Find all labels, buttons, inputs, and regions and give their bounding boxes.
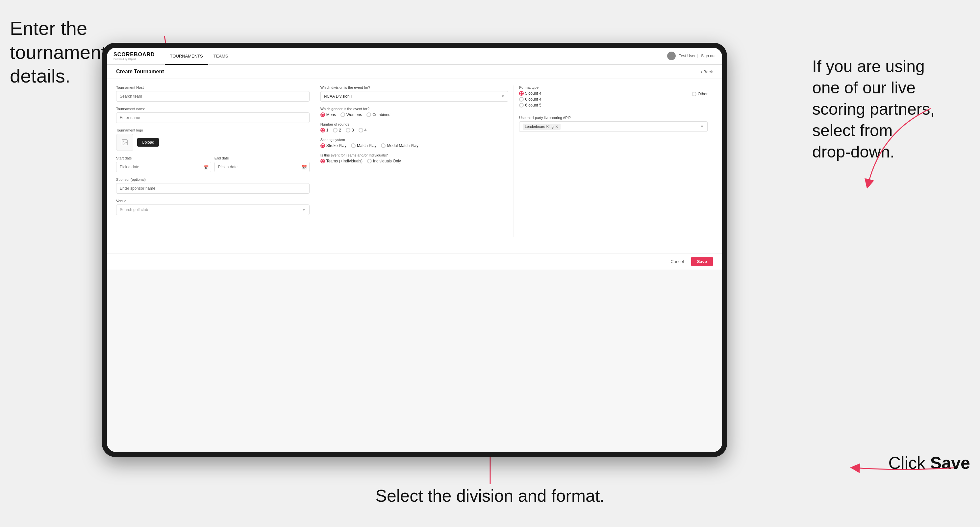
- cancel-button[interactable]: Cancel: [667, 257, 687, 266]
- annotation-topleft: Enter the tournament details.: [10, 16, 106, 88]
- event-teams-label: Teams (+Individuals): [326, 159, 363, 163]
- venue-label: Venue: [116, 199, 310, 203]
- form-title: Create Tournament: [116, 69, 164, 75]
- gender-womens[interactable]: Womens: [340, 113, 362, 117]
- calendar-icon-end: 📅: [302, 165, 307, 170]
- nav-tabs: TOURNAMENTS TEAMS: [165, 48, 234, 64]
- end-date-input[interactable]: [215, 162, 310, 172]
- event-teams-radio[interactable]: [320, 159, 325, 163]
- sign-out-link[interactable]: Sign out: [701, 54, 716, 58]
- other-option: Other: [692, 92, 708, 96]
- gender-radio-group: Mens Womens Combined: [320, 113, 509, 117]
- gender-combined[interactable]: Combined: [366, 113, 390, 117]
- rounds-2-label: 2: [339, 128, 341, 132]
- format-5count4-radio[interactable]: 5 count 4: [519, 91, 541, 96]
- annotation-bottomright: Click Save: [888, 452, 970, 475]
- gender-mens[interactable]: Mens: [320, 113, 336, 117]
- format-6count5-circle[interactable]: [519, 103, 524, 108]
- rounds-4-label: 4: [364, 128, 367, 132]
- search-team-input[interactable]: [116, 91, 310, 102]
- format-other-circle[interactable]: [692, 92, 697, 96]
- format-6count5: 6 count 5: [519, 103, 541, 108]
- brand-sub: Powered by Clippd: [113, 57, 155, 60]
- event-individuals-label: Individuals Only: [373, 159, 401, 163]
- rounds-2-radio[interactable]: [333, 128, 337, 132]
- sponsor-field: Sponsor (optional): [116, 178, 310, 194]
- tournament-host-field: Tournament Host: [116, 86, 310, 102]
- venue-select[interactable]: Search golf club ▼: [116, 205, 310, 215]
- scoring-medal-radio[interactable]: [381, 143, 385, 148]
- tab-teams[interactable]: TEAMS: [208, 48, 234, 65]
- format-type-options: 5 count 4 6 count 4: [519, 91, 541, 108]
- form-col-3: Format type 5 count 4: [514, 86, 713, 237]
- format-6count4: 6 count 4: [519, 97, 541, 102]
- gender-mens-radio[interactable]: [320, 113, 325, 117]
- event-individuals-radio[interactable]: [367, 159, 372, 163]
- gender-womens-radio[interactable]: [340, 113, 345, 117]
- logo-upload-area: Upload: [116, 134, 310, 151]
- format-other-label: Other: [698, 92, 708, 96]
- api-dropdown[interactable]: Leaderboard King ✕ ▼: [519, 121, 708, 132]
- api-tag: Leaderboard King ✕: [523, 124, 560, 130]
- api-chevron: ▼: [700, 124, 704, 129]
- format-5count4-label: 5 count 4: [525, 91, 541, 96]
- annotation-topright: If you are using one of our live scoring…: [812, 56, 970, 163]
- form-header: Create Tournament ‹ Back: [107, 65, 722, 79]
- format-6count4-radio[interactable]: 6 count 4: [519, 97, 541, 102]
- rounds-1[interactable]: 1: [320, 128, 329, 132]
- date-fields: Start date 📅 End date 📅: [116, 156, 310, 172]
- event-teams[interactable]: Teams (+Individuals): [320, 159, 363, 163]
- division-select[interactable]: NCAA Division I ▼: [320, 91, 509, 102]
- event-for-radio-group: Teams (+Individuals) Individuals Only: [320, 159, 509, 163]
- api-label: Use third-party live scoring API?: [519, 116, 708, 120]
- rounds-4-radio[interactable]: [359, 128, 363, 132]
- format-other-radio[interactable]: Other: [692, 92, 708, 96]
- format-6count4-circle[interactable]: [519, 97, 524, 102]
- scoreboard-logo: SCOREBOARD Powered by Clippd: [113, 52, 155, 60]
- event-individuals[interactable]: Individuals Only: [367, 159, 401, 163]
- sponsor-input[interactable]: [116, 183, 310, 194]
- rounds-2[interactable]: 2: [333, 128, 341, 132]
- api-field: Use third-party live scoring API? Leader…: [519, 116, 708, 132]
- rounds-4[interactable]: 4: [359, 128, 367, 132]
- back-link[interactable]: ‹ Back: [701, 69, 713, 74]
- scoring-medal-match[interactable]: Medal Match Play: [381, 143, 418, 148]
- rounds-field: Number of rounds 1 2: [320, 122, 509, 132]
- gender-combined-radio[interactable]: [366, 113, 371, 117]
- division-label: Which division is the event for?: [320, 86, 509, 89]
- logo-placeholder: [116, 134, 133, 151]
- scoring-match-label: Match Play: [357, 143, 376, 148]
- format-6count5-label: 6 count 5: [525, 103, 541, 108]
- division-chevron: ▼: [501, 94, 504, 98]
- rounds-3-radio[interactable]: [346, 128, 350, 132]
- format-5count4-circle[interactable]: [519, 91, 524, 96]
- rounds-1-radio[interactable]: [320, 128, 325, 132]
- scoring-match-radio[interactable]: [351, 143, 356, 148]
- svg-point-1: [123, 141, 124, 142]
- start-date-input[interactable]: [116, 162, 211, 172]
- format-type-field: Format type 5 count 4: [519, 86, 708, 108]
- upload-button[interactable]: Upload: [137, 138, 159, 147]
- api-tag-remove[interactable]: ✕: [555, 124, 558, 129]
- scoring-field: Scoring system Stroke Play Match Play: [320, 138, 509, 148]
- gender-womens-label: Womens: [347, 113, 362, 117]
- venue-placeholder: Search golf club: [120, 208, 148, 212]
- rounds-3[interactable]: 3: [346, 128, 354, 132]
- save-button[interactable]: Save: [691, 257, 713, 266]
- end-date-label: End date: [215, 156, 310, 160]
- scoring-medal-label: Medal Match Play: [387, 143, 418, 148]
- scoring-match[interactable]: Match Play: [351, 143, 376, 148]
- start-date-field: Start date 📅: [116, 156, 211, 172]
- user-text: Test User |: [679, 54, 698, 58]
- form-col-1: Tournament Host Tournament name Tourname…: [116, 86, 315, 237]
- scoring-stroke[interactable]: Stroke Play: [320, 143, 347, 148]
- tournament-name-input[interactable]: [116, 113, 310, 123]
- rounds-1-label: 1: [326, 128, 329, 132]
- scoring-stroke-radio[interactable]: [320, 143, 325, 148]
- scoring-radio-group: Stroke Play Match Play Medal Match Play: [320, 143, 509, 148]
- tab-tournaments[interactable]: TOURNAMENTS: [165, 48, 208, 65]
- navbar-right: Test User | Sign out: [667, 52, 716, 60]
- division-field: Which division is the event for? NCAA Di…: [320, 86, 509, 102]
- format-6count5-radio[interactable]: 6 count 5: [519, 103, 541, 108]
- api-value: Leaderboard King: [525, 125, 553, 129]
